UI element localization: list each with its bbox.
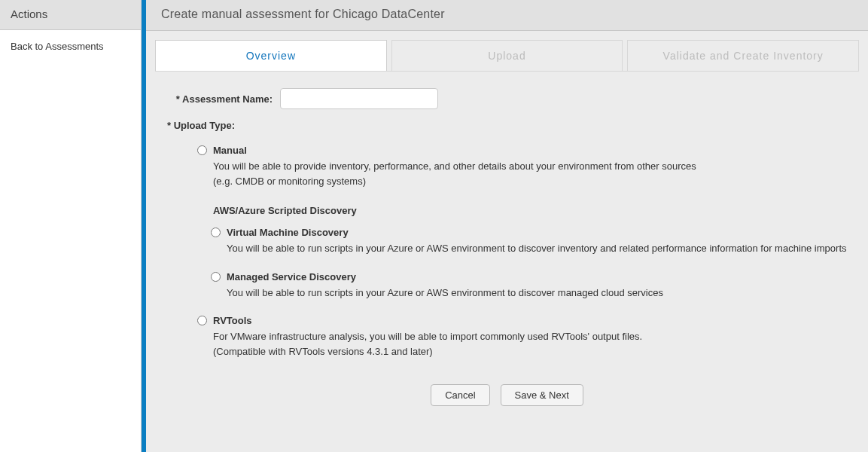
radio-manual[interactable] [197,145,207,155]
cancel-button[interactable]: Cancel [431,384,489,406]
sidebar-title: Actions [0,0,141,30]
upload-type-label: * Upload Type: [167,120,847,131]
wizard-tabs: Overview Upload Validate and Create Inve… [146,31,868,71]
tab-validate: Validate and Create Inventory [627,40,859,71]
option-vm-title: Virtual Machine Discovery [227,227,349,238]
option-rvtools-title: RVTools [213,315,252,326]
option-managed-desc: You will be able to run scripts in your … [227,286,847,301]
radio-rvtools[interactable] [197,316,207,325]
option-rvtools-desc2: (Compatible with RVTools versions 4.3.1 … [213,346,433,357]
option-rvtools-desc1: For VMware infrastructure analysis, you … [213,331,642,342]
option-manual-desc2: (e.g. CMDB or monitoring systems) [213,176,366,187]
save-next-button[interactable]: Save & Next [501,384,583,406]
radio-vm-discovery[interactable] [211,228,221,237]
option-vm-desc: You will be able to run scripts in your … [227,241,847,256]
button-row: Cancel Save & Next [167,375,847,429]
form-area: * Assessment Name: * Upload Type: Manual… [146,72,868,429]
page-title: Create manual assessment for Chicago Dat… [146,0,868,31]
option-manual: Manual You will be able to provide inven… [197,145,847,188]
actions-sidebar: Actions Back to Assessments [0,0,142,452]
tab-upload: Upload [391,40,623,71]
main-panel: Create manual assessment for Chicago Dat… [146,0,868,452]
assessment-name-input[interactable] [280,88,438,109]
option-managed-discovery: Managed Service Discovery You will be ab… [211,271,847,301]
radio-managed-discovery[interactable] [211,272,221,282]
option-manual-title: Manual [213,145,247,156]
tab-overview[interactable]: Overview [155,40,387,71]
option-manual-desc1: You will be able to provide inventory, p… [213,160,696,172]
option-rvtools: RVTools For VMware infrastructure analys… [197,315,847,359]
assessment-name-label: * Assessment Name: [167,93,280,105]
back-to-assessments-link[interactable]: Back to Assessments [11,41,104,52]
scripted-discovery-heading: AWS/Azure Scripted Discovery [213,205,847,216]
option-managed-title: Managed Service Discovery [227,271,356,282]
option-vm-discovery: Virtual Machine Discovery You will be ab… [211,227,847,256]
